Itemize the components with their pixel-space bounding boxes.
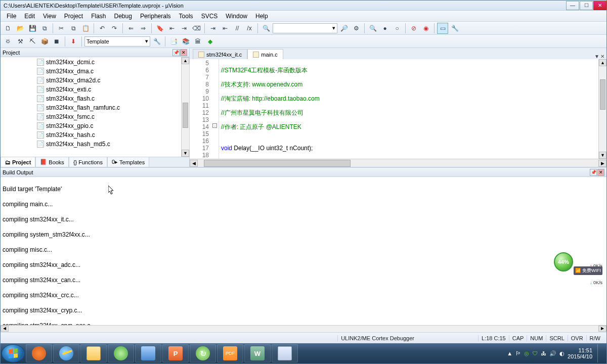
pane-close-icon[interactable]: ✕ xyxy=(597,169,604,176)
tree-file-item[interactable]: 📄stm32f4xx_hash_md5.c xyxy=(1,140,189,149)
tab-dropdown-icon[interactable]: ▼ xyxy=(594,54,599,59)
code-content[interactable]: //STM32F4工程模板-库函数版本 //技术支持: www.openedv.… xyxy=(219,59,598,159)
taskbar-explorer[interactable] xyxy=(80,344,107,362)
build-output-text[interactable]: Build target 'Template' compiling main.c… xyxy=(1,177,606,325)
breakpoint-kill-icon[interactable]: ○ xyxy=(392,23,403,34)
menu-file[interactable]: File xyxy=(3,12,20,21)
manage-rte-icon[interactable]: 🏛 xyxy=(192,36,203,47)
select-packs-icon[interactable]: 📚 xyxy=(180,36,191,47)
window-layout-icon[interactable]: ▭ xyxy=(437,23,448,34)
tray-misc-icon[interactable]: ◐ xyxy=(559,350,565,357)
incremental-find-icon[interactable]: ⚙ xyxy=(351,23,362,34)
target-options-icon[interactable]: 🔧 xyxy=(151,36,162,47)
find-in-files-icon[interactable]: 🔍 xyxy=(261,23,272,34)
scroll-thumb[interactable] xyxy=(204,160,351,167)
scroll-left-icon[interactable]: ◀ xyxy=(190,160,198,167)
menu-edit[interactable]: Edit xyxy=(20,12,39,21)
editor-tab-main[interactable]: main.c xyxy=(247,49,283,59)
tray-360-icon[interactable]: ◎ xyxy=(524,350,529,357)
find-next-icon[interactable]: 🔎 xyxy=(338,23,350,34)
tree-file-item[interactable]: 📄stm32f4xx_dma.c xyxy=(1,67,189,76)
pack-installer-icon[interactable]: ◆ xyxy=(204,36,215,47)
comment-icon[interactable]: // xyxy=(232,23,243,34)
taskbar-app-5[interactable] xyxy=(135,344,161,362)
bookmark-icon[interactable]: 🔖 xyxy=(154,23,165,34)
tab-functions[interactable]: {}Functions xyxy=(69,157,107,167)
tray-clock[interactable]: 11:51 2015/4/10 xyxy=(568,347,592,359)
scroll-track[interactable] xyxy=(198,160,598,167)
menu-view[interactable]: View xyxy=(39,12,60,21)
copy-icon[interactable]: ⧉ xyxy=(68,23,79,34)
menu-svcs[interactable]: SVCS xyxy=(197,12,222,21)
tab-project[interactable]: 🗂Project xyxy=(1,157,35,167)
batch-build-icon[interactable]: 📦 xyxy=(39,36,50,47)
build-icon[interactable]: ⚒ xyxy=(15,36,26,47)
tree-file-item[interactable]: 📄stm32f4xx_flash.c xyxy=(1,94,189,103)
menu-debug[interactable]: Debug xyxy=(110,12,136,21)
tree-file-item[interactable]: 📄stm32f4xx_dcmi.c xyxy=(1,58,189,67)
scroll-up-icon[interactable]: ▲ xyxy=(182,57,189,64)
taskbar-powerpoint[interactable]: P xyxy=(162,344,189,362)
tray-flag-icon[interactable]: 🏳 xyxy=(515,350,521,356)
tree-file-item[interactable]: 📄stm32f4xx_hash.c xyxy=(1,130,189,140)
start-button[interactable] xyxy=(2,344,25,362)
tray-show-hidden-icon[interactable]: ▲ xyxy=(507,350,512,356)
new-file-icon[interactable]: 🗋 xyxy=(3,23,14,34)
menu-help[interactable]: Help xyxy=(251,12,272,21)
project-tree[interactable]: ▲ ▼ 📄stm32f4xx_dcmi.c 📄stm32f4xx_dma.c 📄… xyxy=(1,57,189,157)
scroll-up-icon[interactable]: ▲ xyxy=(599,59,606,66)
titlebar[interactable]: C:\Users\ALIENTEK\Desktop\Template\USER\… xyxy=(1,1,606,11)
paste-icon[interactable]: 📋 xyxy=(80,23,91,34)
undo-icon[interactable]: ↶ xyxy=(97,23,108,34)
breakpoint-insert-icon[interactable]: ● xyxy=(379,23,391,34)
pane-close-icon[interactable]: ✕ xyxy=(180,49,187,56)
nav-back-icon[interactable]: ⇐ xyxy=(125,23,137,34)
open-file-icon[interactable]: 📂 xyxy=(15,23,26,34)
tab-books[interactable]: 📕Books xyxy=(35,157,69,167)
tray-shield-icon[interactable]: 🛡 xyxy=(532,350,538,356)
editor-hscrollbar[interactable]: ◀ ▶ xyxy=(190,159,606,167)
bookmark-next-icon[interactable]: ⇥ xyxy=(179,23,190,34)
editor-tab-stm32f4xx-it[interactable]: stm32f4xx_it.c xyxy=(193,49,247,59)
debug-start-icon[interactable]: 🔍 xyxy=(367,23,378,34)
maximize-button[interactable]: ☐ xyxy=(580,1,593,10)
taskbar-app-1[interactable] xyxy=(26,344,52,362)
stop-build-icon[interactable]: ⏹ xyxy=(51,36,62,47)
tab-templates[interactable]: 0▸Templates xyxy=(107,157,149,167)
scroll-left-icon[interactable]: ◀ xyxy=(1,326,9,332)
indent-icon[interactable]: ⇥ xyxy=(207,23,219,34)
taskbar-app-7[interactable]: ↻ xyxy=(190,344,216,362)
taskbar-word[interactable]: W xyxy=(244,344,271,362)
tree-file-item[interactable]: 📄stm32f4xx_flash_ramfunc.c xyxy=(1,103,189,112)
tree-file-item[interactable]: 📄stm32f4xx_gpio.c xyxy=(1,121,189,130)
taskbar-app-4[interactable] xyxy=(108,344,134,362)
minimize-button[interactable]: — xyxy=(566,1,579,10)
rebuild-icon[interactable]: ⛏ xyxy=(27,36,38,47)
tab-close-icon[interactable]: ✕ xyxy=(600,54,604,59)
bookmark-clear-icon[interactable]: ⌫ xyxy=(191,23,202,34)
tree-file-item[interactable]: 📄stm32f4xx_fsmc.c xyxy=(1,112,189,121)
translate-icon[interactable]: ⛭ xyxy=(3,36,14,47)
target-combo[interactable]: Template▾ xyxy=(84,36,150,47)
fold-column[interactable]: - - xyxy=(212,59,219,159)
scroll-down-icon[interactable]: ▼ xyxy=(599,152,606,159)
show-desktop-button[interactable] xyxy=(597,344,601,362)
uncomment-icon[interactable]: /x xyxy=(244,23,255,34)
manage-project-icon[interactable]: 📑 xyxy=(168,36,179,47)
save-icon[interactable]: 💾 xyxy=(27,23,38,34)
code-editor[interactable]: 5 6 7 8 9 10 11 12 13 14 15 16 17 18 19 … xyxy=(190,59,606,159)
taskbar-foxit[interactable]: PDF xyxy=(217,344,243,362)
scroll-right-icon[interactable]: ▶ xyxy=(598,326,606,332)
tray-network-icon[interactable]: 🖧 xyxy=(541,350,546,356)
menu-peripherals[interactable]: Peripherals xyxy=(136,12,175,21)
editor-vscrollbar[interactable]: ▲ ▼ xyxy=(598,59,606,159)
outdent-icon[interactable]: ⇤ xyxy=(220,23,231,34)
fold-minus-icon[interactable]: - xyxy=(212,123,217,128)
menu-project[interactable]: Project xyxy=(60,12,87,21)
nav-forward-icon[interactable]: ⇒ xyxy=(138,23,149,34)
configure-icon[interactable]: 🔧 xyxy=(449,23,460,34)
tree-file-item[interactable]: 📄stm32f4xx_exti.c xyxy=(1,85,189,94)
scroll-thumb[interactable] xyxy=(600,79,605,110)
breakpoint-enable-icon[interactable]: ◉ xyxy=(420,23,431,34)
build-output-hscrollbar[interactable]: ◀ ▶ xyxy=(1,325,606,332)
